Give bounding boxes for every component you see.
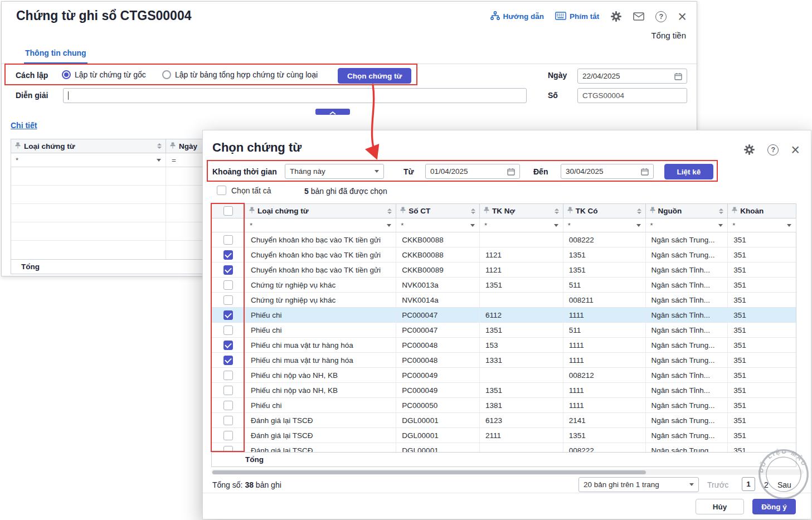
row-checkbox[interactable]	[223, 280, 233, 290]
row-checkbox[interactable]	[223, 446, 233, 453]
from-date-input[interactable]: 01/04/2025	[425, 164, 520, 179]
row-checkbox[interactable]	[223, 416, 233, 425]
row-checkbox-cell[interactable]	[212, 263, 245, 277]
row-checkbox-cell[interactable]	[212, 308, 245, 322]
row-checkbox-cell[interactable]	[212, 398, 245, 412]
table-row[interactable]: Phiếu chiPC00004761121111Ngân sách Tỉnh.…	[212, 308, 796, 323]
dropdown-caret-icon[interactable]	[157, 159, 161, 162]
table-row[interactable]: Chuyển khoản kho bạc vào TK tiền gửiCKKB…	[212, 263, 796, 278]
filter-cell[interactable]: *	[646, 218, 728, 232]
filter-cell[interactable]: *	[245, 218, 396, 232]
sort-icon[interactable]	[555, 208, 559, 214]
mail-icon[interactable]	[633, 12, 644, 21]
dropdown-caret-icon[interactable]	[470, 224, 475, 227]
table-row[interactable]: Phiếu chi mua vật tư hàng hóaPC000048153…	[212, 338, 796, 353]
row-checkbox[interactable]	[223, 371, 233, 380]
filter-cell[interactable]: *	[480, 218, 563, 232]
table-row[interactable]: Đánh giá lại TSCĐDGL0000121111351Ngân sá…	[212, 428, 796, 443]
table-row[interactable]: Chứng từ nghiệp vụ khácNVK0014a008211Ngâ…	[212, 293, 796, 308]
dropdown-caret-icon[interactable]	[554, 224, 558, 227]
number-input[interactable]: CTGS00004	[577, 88, 687, 103]
filter-cell[interactable]: *	[728, 218, 796, 232]
settings-icon[interactable]	[610, 11, 622, 22]
header-checkbox[interactable]	[223, 206, 233, 216]
row-checkbox[interactable]	[223, 356, 233, 365]
modal-settings-icon[interactable]	[743, 144, 755, 155]
detail-link[interactable]: Chi tiết	[11, 121, 37, 130]
row-checkbox-cell[interactable]	[212, 323, 245, 337]
row-checkbox-cell[interactable]	[212, 232, 245, 247]
row-checkbox-cell[interactable]	[212, 293, 245, 307]
collapse-button[interactable]	[315, 109, 350, 115]
column-header-so-ct[interactable]: Số CT	[396, 204, 480, 218]
sort-icon[interactable]	[387, 208, 392, 214]
table-row[interactable]: Phiếu chiPC0000471351511Ngân sách Tỉnh..…	[212, 323, 796, 338]
radio-original-voucher[interactable]: Lập từ chứng từ gốc	[62, 70, 146, 79]
column-header-nguon[interactable]: Nguồn	[646, 204, 728, 218]
table-row[interactable]: Đánh giá lại TSCĐDGL0000161232141Ngân sá…	[212, 413, 796, 428]
row-checkbox[interactable]	[223, 235, 233, 245]
shortcut-link[interactable]: Phím tắt	[555, 12, 599, 22]
next-page-button[interactable]: Sau	[777, 480, 791, 489]
row-checkbox[interactable]	[223, 310, 233, 320]
filter-cell[interactable]: *	[563, 218, 646, 232]
scrollbar-thumb[interactable]	[212, 470, 646, 474]
h-scrollbar[interactable]	[211, 469, 804, 475]
calendar-icon[interactable]	[507, 168, 515, 176]
page-1-button[interactable]: 1	[742, 477, 755, 491]
row-checkbox-cell[interactable]	[212, 278, 245, 292]
help-icon[interactable]: ?	[655, 11, 667, 22]
row-checkbox[interactable]	[223, 295, 233, 305]
date-input[interactable]: 22/04/2025	[577, 69, 687, 84]
row-checkbox[interactable]	[223, 341, 233, 350]
row-checkbox-cell[interactable]	[212, 247, 245, 262]
row-checkbox[interactable]	[223, 325, 233, 335]
modal-help-icon[interactable]: ?	[767, 144, 779, 155]
description-input[interactable]	[63, 88, 527, 103]
ok-button[interactable]: Đồng ý	[752, 499, 796, 514]
page-size-select[interactable]: 20 bản ghi trên 1 trang	[578, 477, 699, 492]
period-select[interactable]: Tháng này	[285, 164, 384, 179]
row-checkbox[interactable]	[223, 386, 233, 395]
calendar-icon[interactable]	[641, 168, 649, 176]
column-header-tk-co[interactable]: TK Có	[563, 204, 646, 218]
row-checkbox-cell[interactable]	[212, 368, 245, 382]
row-checkbox[interactable]	[223, 401, 233, 410]
row-checkbox[interactable]	[223, 265, 233, 275]
radio-summary-voucher[interactable]: Lập từ bảng tổng hợp chứng từ cùng loại	[162, 70, 318, 79]
modal-close-icon[interactable]: ×	[791, 144, 800, 155]
column-header-type[interactable]: Loại chứng từ	[11, 139, 166, 153]
table-row[interactable]: Chuyển khoản kho bạc vào TK tiền gửiCKKB…	[212, 232, 796, 247]
row-checkbox-cell[interactable]	[212, 338, 245, 352]
filter-cell[interactable]: *	[396, 218, 480, 232]
page-2-button[interactable]: 2	[764, 480, 769, 489]
select-all-checkbox[interactable]	[217, 186, 226, 195]
row-checkbox-cell[interactable]	[212, 413, 245, 427]
row-checkbox-cell[interactable]	[212, 428, 245, 443]
row-checkbox-cell[interactable]	[212, 353, 245, 367]
table-row[interactable]: Chuyển khoản kho bạc vào TK tiền gửiCKKB…	[212, 247, 796, 263]
sort-icon[interactable]	[157, 143, 162, 149]
filter-cell-type[interactable]: *	[11, 153, 166, 167]
row-checkbox[interactable]	[223, 431, 233, 440]
table-row[interactable]: Phiếu chi nộp vào NH, KBPC00004913511111…	[212, 383, 796, 398]
table-row[interactable]: Đánh giá lại TSCĐDGL00001008222Ngân sách…	[212, 443, 796, 452]
prev-page-button[interactable]: Trước	[707, 480, 728, 489]
guide-link[interactable]: Hướng dẫn	[490, 11, 544, 22]
column-header-tk-no[interactable]: TK Nợ	[480, 204, 563, 218]
dropdown-caret-icon[interactable]	[787, 224, 791, 227]
table-row[interactable]: Phiếu chi mua vật tư hàng hóaPC000048133…	[212, 353, 796, 368]
sort-icon[interactable]	[471, 208, 475, 214]
sort-icon[interactable]	[637, 208, 641, 214]
dropdown-caret-icon[interactable]	[387, 224, 391, 227]
to-date-input[interactable]: 30/04/2025	[561, 164, 654, 179]
table-row[interactable]: Chứng từ nghiệp vụ khácNVK0013a1351511Ng…	[212, 278, 796, 293]
row-checkbox[interactable]	[223, 250, 233, 260]
row-checkbox-cell[interactable]	[212, 383, 245, 397]
header-checkbox-cell[interactable]	[212, 204, 245, 218]
sort-icon[interactable]	[719, 208, 723, 214]
list-button[interactable]: Liệt kê	[664, 164, 713, 179]
close-icon[interactable]: ×	[678, 11, 687, 22]
column-header-khoan[interactable]: Khoản	[728, 204, 796, 218]
table-row[interactable]: Phiếu chiPC00005013811111Ngân sách Trung…	[212, 398, 796, 413]
